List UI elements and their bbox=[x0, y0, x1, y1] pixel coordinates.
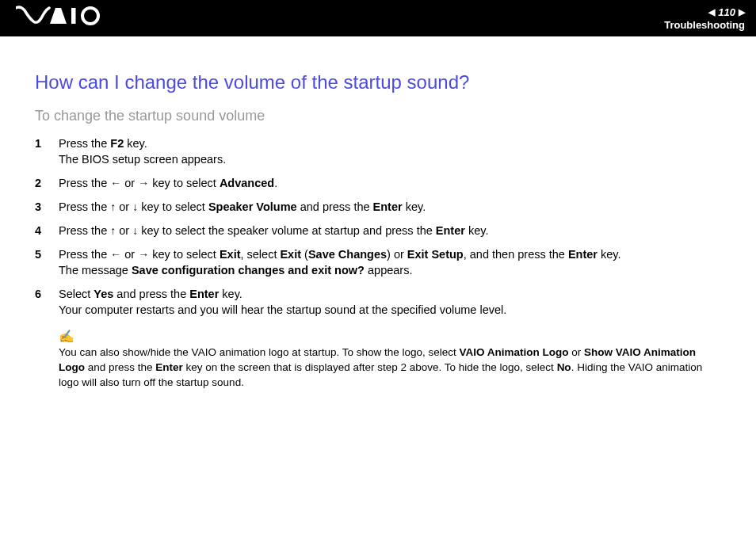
step-text: key to select bbox=[149, 177, 220, 189]
step-text: key to select bbox=[138, 200, 208, 213]
step-item: 1 Press the F2 key. The BIOS setup scree… bbox=[35, 135, 721, 168]
step-bold: Enter bbox=[373, 200, 403, 213]
section-label: Troubleshooting bbox=[664, 19, 745, 31]
step-text: key to select bbox=[149, 248, 220, 261]
step-item: 5 Press the ← or → key to select Exit, s… bbox=[35, 246, 721, 279]
step-item: 4 Press the ↑ or ↓ key to select the spe… bbox=[35, 223, 721, 239]
step-text: Select bbox=[59, 288, 94, 300]
step-text: or bbox=[121, 248, 138, 261]
arrow-right-icon: → bbox=[138, 247, 149, 263]
vaio-logo-svg bbox=[16, 6, 103, 26]
step-text: . bbox=[274, 177, 277, 189]
step-body: Press the ↑ or ↓ key to select the speak… bbox=[59, 223, 721, 239]
step-bold: Save Changes bbox=[308, 248, 387, 261]
step-text: or bbox=[121, 177, 138, 189]
svg-rect-0 bbox=[71, 8, 76, 24]
step-item: 6 Select Yes and press the Enter key. Yo… bbox=[35, 286, 721, 318]
main-heading: How can I change the volume of the start… bbox=[35, 71, 721, 93]
step-bold: Advanced bbox=[220, 177, 274, 189]
step-text: The BIOS setup screen appears. bbox=[59, 153, 226, 166]
step-bold: Exit Setup bbox=[407, 248, 464, 261]
step-body: Press the ← or → key to select Advanced. bbox=[59, 175, 721, 192]
step-bold: Exit bbox=[280, 248, 301, 261]
step-body: Press the ← or → key to select Exit, sel… bbox=[59, 246, 721, 279]
note-icon: ✍ bbox=[59, 329, 721, 344]
step-body: Press the ↑ or ↓ key to select Speaker V… bbox=[59, 199, 721, 216]
note-block: ✍ You can also show/hide the VAIO animat… bbox=[35, 329, 721, 391]
arrow-left-icon: ← bbox=[110, 176, 121, 192]
step-bold: Enter bbox=[436, 224, 465, 237]
step-number: 4 bbox=[35, 223, 59, 238]
step-body: Select Yes and press the Enter key. Your… bbox=[59, 286, 721, 318]
step-text: Press the bbox=[59, 177, 110, 189]
header-right: ◀ 110 ▶ Troubleshooting bbox=[664, 6, 745, 31]
step-text: Press the bbox=[59, 248, 110, 261]
step-bold: Speaker Volume bbox=[208, 200, 297, 213]
arrow-left-icon: ← bbox=[110, 247, 121, 263]
step-item: 3 Press the ↑ or ↓ key to select Speaker… bbox=[35, 199, 721, 216]
step-bold: Exit bbox=[220, 248, 241, 261]
step-text: , select bbox=[240, 248, 280, 261]
step-number: 1 bbox=[35, 135, 59, 151]
step-text: appears. bbox=[365, 264, 412, 277]
step-text: key. bbox=[465, 224, 489, 237]
step-text: Press the bbox=[59, 224, 110, 237]
step-item: 2 Press the ← or → key to select Advance… bbox=[35, 175, 721, 192]
step-text: key. bbox=[124, 137, 147, 150]
step-text: and press the bbox=[297, 200, 373, 213]
note-span: or bbox=[569, 346, 585, 358]
note-bold: Enter bbox=[155, 361, 183, 373]
step-body: Press the F2 key. The BIOS setup screen … bbox=[59, 135, 721, 168]
step-text: Press the bbox=[59, 137, 110, 150]
step-text: ( bbox=[301, 248, 308, 261]
step-text: key to select the speaker volume at star… bbox=[138, 224, 436, 237]
step-text: and press the bbox=[113, 288, 189, 300]
svg-point-1 bbox=[82, 8, 98, 24]
step-bold: Enter bbox=[568, 248, 598, 261]
step-text: , and then press the bbox=[464, 248, 568, 261]
note-bold: No bbox=[557, 361, 571, 373]
step-text: ) or bbox=[387, 248, 407, 261]
step-text: Your computer restarts and you will hear… bbox=[59, 303, 506, 316]
step-number: 6 bbox=[35, 286, 59, 302]
step-bold: Yes bbox=[94, 288, 113, 300]
vaio-logo bbox=[16, 6, 103, 32]
page-nav: ◀ 110 ▶ bbox=[664, 6, 745, 18]
note-span: and press the bbox=[85, 361, 155, 373]
arrow-right-icon: → bbox=[138, 176, 149, 192]
page-number: 110 bbox=[718, 6, 735, 18]
step-number: 3 bbox=[35, 199, 59, 215]
nav-prev-icon[interactable]: ◀ bbox=[708, 7, 715, 17]
step-text: key. bbox=[219, 288, 242, 300]
step-bold: Enter bbox=[189, 288, 219, 300]
step-text: or bbox=[116, 224, 132, 237]
content-area: How can I change the volume of the start… bbox=[0, 36, 756, 406]
step-number: 5 bbox=[35, 246, 59, 262]
note-span: You can also show/hide the VAIO animatio… bbox=[59, 346, 460, 358]
step-bold: F2 bbox=[110, 137, 124, 150]
step-bold: Save configuration changes and exit now? bbox=[132, 264, 365, 277]
sub-heading: To change the startup sound volume bbox=[35, 108, 721, 124]
step-text: or bbox=[116, 200, 132, 213]
step-text: The message bbox=[59, 264, 132, 277]
note-bold: VAIO Animation Logo bbox=[460, 346, 569, 358]
step-text: key. bbox=[403, 200, 426, 213]
note-span: key on the screen that is displayed afte… bbox=[183, 361, 557, 373]
step-text: Press the bbox=[59, 200, 110, 213]
step-number: 2 bbox=[35, 175, 59, 191]
note-text: You can also show/hide the VAIO animatio… bbox=[59, 345, 721, 391]
step-text: key. bbox=[598, 248, 621, 261]
nav-next-icon[interactable]: ▶ bbox=[739, 7, 745, 17]
steps-list: 1 Press the F2 key. The BIOS setup scree… bbox=[35, 135, 721, 318]
page-header: ◀ 110 ▶ Troubleshooting bbox=[0, 0, 756, 36]
